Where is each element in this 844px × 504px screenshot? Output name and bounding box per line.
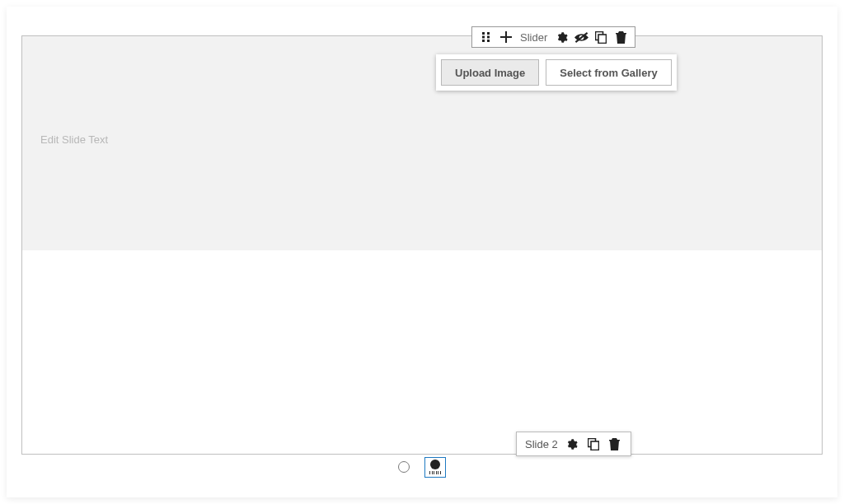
svg-rect-0 (482, 32, 485, 35)
slide-item-label: Slide 2 (525, 438, 558, 450)
slide-item-toolbar: Slide 2 (516, 432, 631, 456)
drag-handle-icon[interactable] (479, 30, 494, 44)
component-label: Slider (518, 31, 549, 44)
slide-indicator-1[interactable] (398, 461, 410, 473)
image-action-panel: Upload Image Select from Gallery (436, 54, 677, 91)
svg-rect-3 (487, 36, 490, 39)
svg-rect-5 (487, 40, 490, 42)
slider-canvas: Edit Slide Text (21, 35, 823, 455)
svg-rect-2 (482, 36, 485, 39)
slide-indicator-2-active[interactable] (424, 457, 446, 478)
add-icon[interactable] (499, 30, 513, 44)
slide-text-placeholder[interactable]: Edit Slide Text (40, 133, 108, 146)
svg-rect-8 (598, 35, 607, 44)
svg-rect-4 (482, 40, 485, 42)
component-toolbar: Slider (471, 26, 635, 48)
gear-icon[interactable] (554, 30, 569, 44)
trash-icon[interactable] (613, 30, 628, 44)
slide-background: Edit Slide Text (22, 36, 822, 250)
slide-indicators (7, 457, 837, 478)
gear-icon[interactable] (565, 436, 579, 451)
svg-rect-10 (591, 441, 599, 450)
editor-frame: Slider Upload Image Select from Gallery … (7, 7, 837, 497)
upload-image-button[interactable]: Upload Image (441, 59, 539, 86)
duplicate-icon[interactable] (593, 30, 608, 44)
duplicate-icon[interactable] (586, 436, 601, 451)
grip-icon (429, 471, 441, 474)
select-gallery-button[interactable]: Select from Gallery (546, 59, 672, 86)
trash-icon[interactable] (607, 436, 622, 451)
svg-rect-1 (487, 32, 490, 35)
hide-icon[interactable] (574, 30, 588, 44)
active-dot (430, 460, 440, 469)
